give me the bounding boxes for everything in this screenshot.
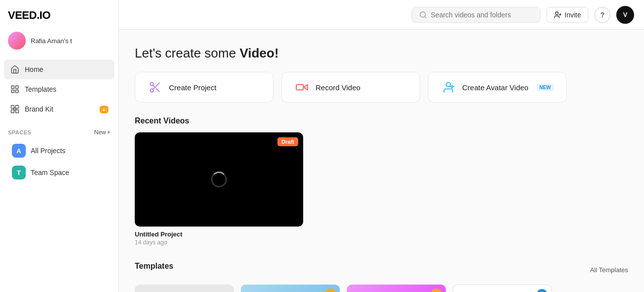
svg-rect-6 [16, 106, 19, 109]
avatar [8, 32, 26, 50]
record-video-label: Record Video [316, 83, 361, 92]
scissors-icon [147, 79, 163, 95]
action-cards: Create Project Record Video [135, 72, 628, 103]
svg-line-10 [425, 16, 426, 18]
invite-label: Invite [565, 11, 581, 19]
templates-section-header: Templates All Templates [135, 262, 628, 278]
header-avatar: V [616, 6, 634, 24]
record-video-card[interactable]: Record Video [281, 72, 420, 103]
svg-point-11 [555, 12, 558, 14]
templates-icon [10, 84, 20, 94]
recent-videos-title: Recent Videos [135, 117, 628, 125]
user-info: Rafia Aman's t [0, 28, 118, 58]
svg-rect-1 [16, 86, 18, 88]
all-projects-badge: A [12, 144, 26, 158]
header-avatar-initials: V [623, 11, 628, 18]
template-card-3[interactable]: REVOLUTIONIZE + [347, 285, 446, 292]
template-card-2[interactable]: IMPROVE TIME + [241, 285, 340, 292]
template-3-badge: + [431, 289, 442, 292]
svg-line-17 [157, 89, 160, 92]
create-avatar-label: Create Avatar Video [462, 83, 529, 92]
sidebar-item-all-projects[interactable]: A All Projects [4, 140, 114, 162]
spaces-header: SPACES New + [0, 121, 118, 140]
team-space-badge: T [12, 166, 26, 179]
all-projects-label: All Projects [31, 147, 65, 155]
video-thumbnail: Draft [135, 132, 303, 227]
video-grid: Draft Untitled Project 14 days ago [135, 132, 628, 246]
team-space-label: Team Space [31, 169, 69, 176]
header: Invite ? V [119, 0, 644, 30]
svg-rect-5 [11, 106, 14, 109]
brand-kit-badge-container: + [100, 105, 108, 113]
svg-rect-8 [16, 110, 19, 113]
main-content: Let's create some Video! Create Project [119, 30, 644, 292]
sidebar-item-templates[interactable]: Templates [4, 79, 114, 99]
create-avatar-card[interactable]: Create Avatar Video NEW [428, 72, 567, 103]
video-icon [294, 79, 310, 95]
sidebar-item-brand-kit[interactable]: Brand Kit + [4, 99, 114, 119]
page-title-prefix: Let's create some [135, 46, 240, 60]
draft-badge: Draft [277, 137, 298, 146]
username: Rafia Aman's t [31, 37, 72, 45]
all-templates-link[interactable]: All Templates [590, 266, 628, 274]
logo: VEED.IO [0, 0, 118, 28]
new-badge: NEW [537, 84, 554, 91]
invite-button[interactable]: Invite [546, 7, 589, 23]
create-project-label: Create Project [169, 83, 216, 92]
page-title: Let's create some Video! [135, 46, 628, 61]
svg-rect-2 [11, 90, 14, 93]
brand-kit-badge: + [100, 106, 108, 114]
svg-line-18 [153, 85, 155, 87]
svg-rect-19 [296, 85, 303, 90]
spaces-new-button[interactable]: New + [94, 129, 110, 136]
brand-kit-icon [10, 104, 20, 114]
sidebar-item-home[interactable]: Home [4, 59, 114, 79]
svg-marker-20 [304, 85, 308, 90]
search-icon [419, 11, 427, 19]
video-card[interactable]: Draft Untitled Project 14 days ago [135, 132, 303, 246]
template-card-1[interactable] [135, 285, 234, 292]
sidebar-item-team-space[interactable]: T Team Space [4, 162, 114, 183]
spaces-label: SPACES [8, 129, 31, 135]
sidebar-item-label-brand-kit: Brand Kit [25, 105, 54, 113]
svg-rect-0 [11, 86, 14, 88]
video-title: Untitled Project [135, 231, 303, 238]
sidebar: VEED.IO Rafia Aman's t Home [0, 0, 119, 292]
video-date: 14 days ago [135, 239, 303, 246]
help-label: ? [600, 11, 605, 19]
main-nav: Home Templates [0, 58, 118, 121]
avatar-icon [440, 79, 456, 95]
template-2-badge: + [325, 289, 336, 292]
svg-rect-3 [16, 90, 18, 93]
svg-point-21 [446, 82, 451, 87]
create-project-card[interactable]: Create Project [135, 72, 273, 103]
home-icon [10, 64, 20, 74]
template-card-4[interactable]: Revolutionize HR + [453, 285, 552, 292]
templates-row: IMPROVE TIME + REVOLUTIONIZE + Revolutio… [135, 285, 628, 292]
help-button[interactable]: ? [594, 7, 610, 23]
page-title-bold: Video! [240, 46, 279, 60]
templates-title: Templates [135, 262, 173, 271]
search-input[interactable] [431, 11, 533, 19]
search-bar[interactable] [412, 7, 540, 23]
loading-spinner [211, 172, 227, 187]
sidebar-item-label-home: Home [25, 65, 43, 73]
template-4-badge: + [537, 289, 547, 292]
sidebar-item-label-templates: Templates [25, 85, 56, 93]
invite-icon [554, 11, 562, 19]
svg-rect-7 [11, 110, 14, 113]
